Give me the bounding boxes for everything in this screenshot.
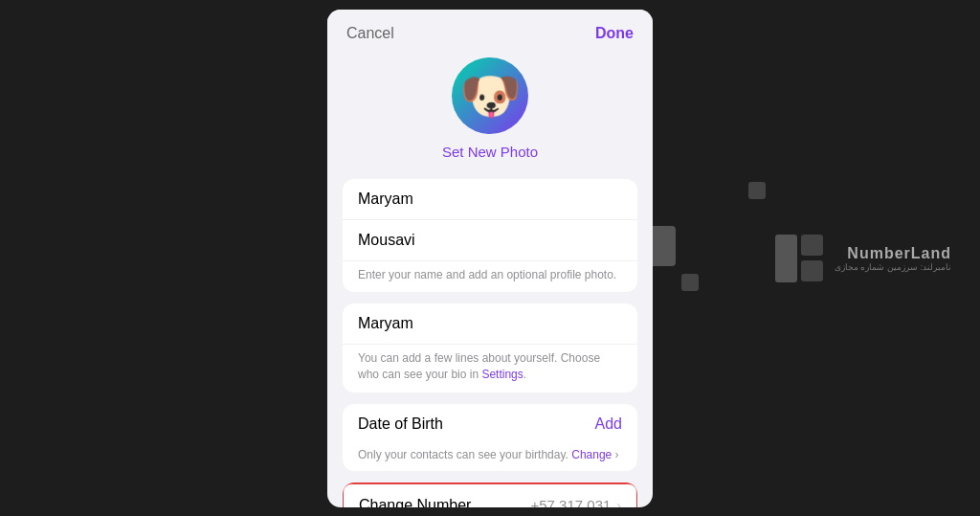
dob-hint: Only your contacts can see your birthday…	[343, 444, 637, 471]
change-number-row[interactable]: Change Number +57 317 031 ›	[343, 482, 637, 507]
name-hint: Enter your name and add an optional prof…	[343, 261, 637, 293]
done-button[interactable]: Done	[595, 25, 634, 42]
last-name-field[interactable]: Mousavi	[343, 220, 637, 261]
first-name-field[interactable]: Maryam	[343, 179, 637, 220]
edit-profile-modal: Cancel Done 🐶 Set New Photo Maryam Mousa…	[327, 10, 653, 507]
bio-hint: You can add a few lines about yourself. …	[343, 345, 637, 393]
change-number-chevron-icon: ›	[616, 498, 621, 507]
dob-card: Date of Birth Add Only your contacts can…	[343, 404, 637, 471]
change-number-value: +57 317 031	[530, 497, 611, 506]
settings-list-card: Change Number +57 317 031 › Username @ma…	[343, 482, 637, 507]
dob-label: Date of Birth	[358, 415, 443, 433]
dob-row: Date of Birth Add	[343, 404, 637, 444]
set-photo-label[interactable]: Set New Photo	[442, 144, 538, 160]
change-number-right: +57 317 031 ›	[530, 497, 621, 506]
avatar-emoji: 🐶	[459, 71, 522, 121]
dob-change-link[interactable]: Change	[571, 448, 612, 461]
watermark-grid-icon	[635, 226, 766, 291]
modal-header: Cancel Done	[327, 10, 653, 42]
bio-card: Maryam You can add a few lines about you…	[343, 303, 637, 393]
form-sections: Maryam Mousavi Enter your name and add a…	[327, 179, 653, 507]
watermark: NumberLand نامبرلند: سرزمین شماره مجازی	[635, 226, 951, 291]
watermark-text: NumberLand نامبرلند: سرزمین شماره مجازی	[835, 245, 951, 272]
name-card: Maryam Mousavi Enter your name and add a…	[343, 179, 637, 293]
profile-section: 🐶 Set New Photo	[327, 42, 653, 179]
bio-field[interactable]: Maryam	[343, 303, 637, 345]
cancel-button[interactable]: Cancel	[346, 25, 394, 42]
settings-link[interactable]: Settings	[481, 368, 523, 381]
avatar[interactable]: 🐶	[452, 57, 528, 134]
dob-add-button[interactable]: Add	[595, 415, 622, 433]
change-number-label: Change Number	[359, 497, 471, 507]
